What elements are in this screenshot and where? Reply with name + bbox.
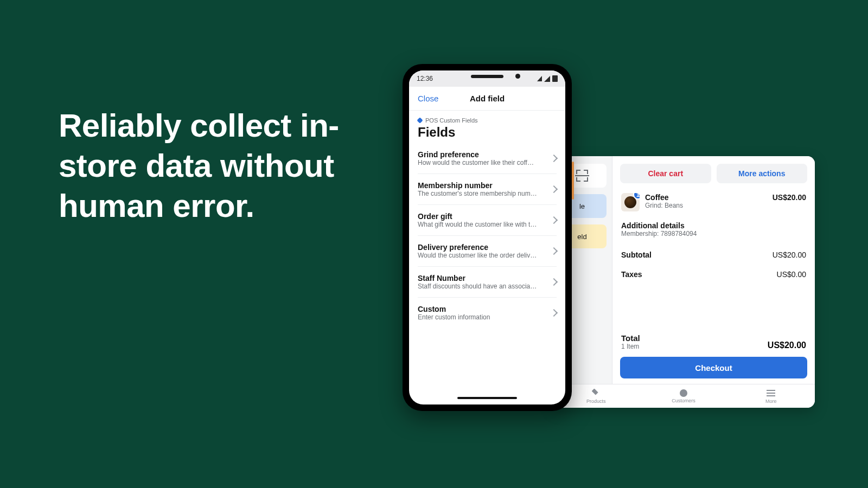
user-icon: [680, 389, 687, 397]
fields-list: POS Custom Fields Fields Grind preferenc…: [409, 111, 565, 395]
chevron-right-icon: [550, 278, 558, 286]
line-item-title: Coffee: [645, 193, 767, 202]
more-actions-button[interactable]: More actions: [717, 164, 808, 183]
field-title: Delivery preference: [418, 243, 537, 252]
phone-speaker: [471, 75, 503, 78]
barcode-scan-icon: [576, 170, 588, 182]
chevron-right-icon: [550, 155, 558, 162]
signal-icon: [544, 76, 550, 82]
field-row-delivery-preference[interactable]: Delivery preference Would the customer l…: [418, 236, 557, 267]
additional-details-line: Membership: 7898784094: [612, 230, 815, 243]
pos-tablet: le eld Clear cart More actions 1 Coffee …: [552, 156, 815, 408]
tag-icon: [592, 389, 601, 397]
field-row-membership-number[interactable]: Membership number The customer's store m…: [418, 174, 557, 205]
tab-more-label: More: [765, 399, 777, 404]
app-badge-icon: [417, 117, 423, 123]
product-thumbnail: 1: [621, 193, 640, 211]
subtotal-label: Subtotal: [621, 251, 652, 259]
breadcrumb: POS Custom Fields: [418, 115, 557, 124]
field-subtitle: The customer's store membership number: [418, 190, 537, 197]
wifi-icon: [537, 76, 542, 81]
page-heading: Fields: [418, 125, 557, 140]
status-time: 12:36: [417, 75, 433, 82]
nav-title: Add field: [470, 94, 505, 103]
field-row-staff-number[interactable]: Staff Number Staff discounts should have…: [418, 267, 557, 298]
nav-bar: Close Add field: [409, 87, 565, 111]
phone-camera: [515, 74, 520, 79]
clear-cart-button[interactable]: Clear cart: [620, 164, 711, 183]
field-row-grind-preference[interactable]: Grind preference How would the customer …: [418, 143, 557, 174]
field-title: Custom: [418, 305, 490, 313]
chevron-right-icon: [550, 309, 558, 317]
tab-customers[interactable]: Customers: [640, 384, 727, 408]
breadcrumb-label: POS Custom Fields: [425, 117, 478, 124]
field-subtitle: Would the customer like the order delive…: [418, 252, 537, 259]
total-sub: 1 Item: [621, 343, 640, 350]
field-title: Membership number: [418, 181, 537, 190]
field-title: Order gift: [418, 212, 537, 221]
line-item-subtitle: Grind: Beans: [645, 202, 767, 209]
taxes-label: Taxes: [621, 270, 642, 279]
checkout-button[interactable]: Checkout: [620, 357, 807, 378]
tab-customers-label: Customers: [672, 398, 695, 403]
hamburger-icon: [767, 389, 775, 397]
pos-cart-panel: Clear cart More actions 1 Coffee Grind: …: [612, 156, 815, 384]
field-row-custom[interactable]: Custom Enter custom information: [418, 298, 557, 328]
field-row-order-gift[interactable]: Order gift What gift would the customer …: [418, 205, 557, 236]
field-subtitle: How would the customer like their coffee…: [418, 159, 537, 166]
pos-tile-blue-label: le: [579, 202, 585, 210]
battery-icon: [552, 75, 558, 82]
field-title: Grind preference: [418, 150, 537, 159]
phone-frame: 12:36 Close Add field POS Custom Fields …: [403, 64, 572, 411]
close-button[interactable]: Close: [418, 94, 438, 103]
pos-tile-yellow-label: eld: [577, 233, 586, 241]
chevron-right-icon: [550, 185, 558, 193]
total-label: Total: [621, 333, 640, 343]
chevron-right-icon: [550, 247, 558, 255]
phone-power-button: [572, 162, 574, 200]
pos-tabbar: Products Customers More: [552, 384, 815, 408]
tab-more[interactable]: More: [727, 384, 815, 408]
totals: Subtotal US$20.00 Taxes US$0.00: [612, 243, 815, 286]
marketing-headline: Reliably collect in-store data without h…: [59, 106, 362, 226]
field-subtitle: Staff discounts should have an associate…: [418, 282, 537, 290]
subtotal-value: US$20.00: [773, 251, 806, 259]
phone-screen: 12:36 Close Add field POS Custom Fields …: [409, 70, 565, 404]
cart-line-item[interactable]: 1 Coffee Grind: Beans US$20.00: [612, 189, 815, 216]
field-subtitle: What gift would the customer like with t…: [418, 221, 537, 228]
status-bar: 12:36: [409, 70, 565, 87]
line-item-price: US$20.00: [773, 193, 806, 202]
total-value: US$20.00: [768, 341, 806, 350]
chevron-right-icon: [550, 216, 558, 224]
field-title: Staff Number: [418, 274, 537, 282]
tab-products-label: Products: [586, 399, 606, 404]
additional-details-header: Additional details: [612, 216, 815, 230]
field-subtitle: Enter custom information: [418, 313, 490, 321]
grand-total-row: Total 1 Item US$20.00: [612, 328, 815, 354]
taxes-value: US$0.00: [777, 270, 806, 279]
home-indicator: [409, 395, 565, 404]
